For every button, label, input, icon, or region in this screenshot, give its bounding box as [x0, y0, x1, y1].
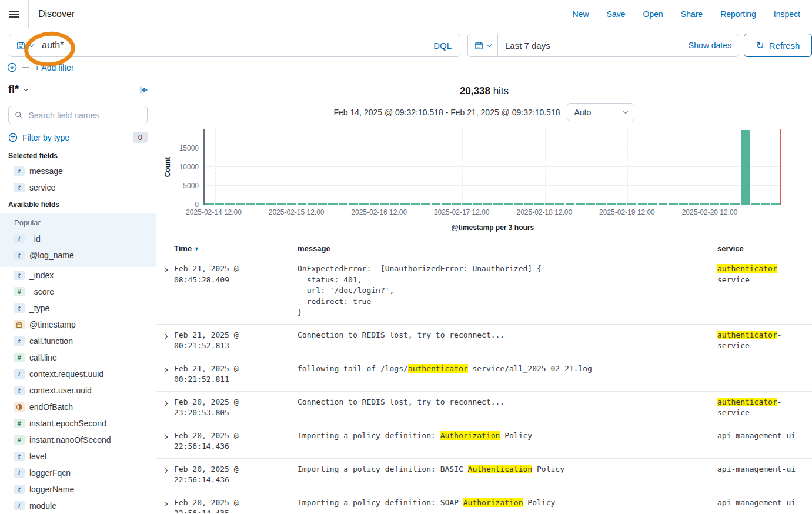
histogram-bar[interactable] — [669, 203, 678, 205]
show-dates-button[interactable]: Show dates — [689, 41, 739, 50]
histogram-bar[interactable] — [473, 203, 482, 205]
histogram-bar[interactable] — [514, 203, 523, 205]
histogram-bar[interactable] — [751, 203, 760, 205]
query-text[interactable]: auth* — [42, 40, 64, 51]
field-item-_id[interactable]: t_id — [0, 231, 156, 247]
field-item-context.request.uuid[interactable]: tcontext.request.uuid — [0, 366, 156, 382]
field-item-endOfBatch[interactable]: endOfBatch — [0, 399, 156, 415]
histogram-bar[interactable] — [545, 203, 554, 205]
histogram-bar[interactable] — [266, 203, 276, 205]
histogram-bar[interactable] — [710, 203, 719, 205]
histogram-bar[interactable] — [534, 203, 544, 205]
histogram-bar[interactable] — [689, 203, 699, 205]
histogram-bar[interactable] — [617, 203, 626, 205]
nav-new-button[interactable]: New — [573, 9, 589, 19]
histogram-bar[interactable] — [648, 203, 657, 205]
query-input[interactable]: auth* DQL — [9, 34, 460, 57]
column-header-message[interactable]: message — [298, 244, 717, 253]
nav-save-button[interactable]: Save — [607, 9, 626, 19]
histogram-bar[interactable] — [421, 203, 430, 205]
expand-row-button[interactable] — [160, 331, 171, 342]
field-item-message[interactable]: tmessage — [0, 163, 156, 179]
date-quick-menu[interactable] — [468, 34, 498, 56]
field-item-_type[interactable]: t_type — [0, 300, 156, 316]
histogram-bar[interactable] — [493, 203, 503, 205]
nav-reporting-button[interactable]: Reporting — [720, 9, 756, 19]
histogram-bar[interactable] — [400, 203, 410, 205]
histogram-bar[interactable] — [462, 203, 472, 205]
histogram-bar[interactable] — [627, 203, 637, 205]
field-item-_index[interactable]: t_index — [0, 267, 156, 283]
expand-row-button[interactable] — [160, 265, 171, 275]
query-language-button[interactable]: DQL — [425, 34, 460, 56]
saved-query-menu[interactable] — [9, 41, 40, 50]
expand-row-button[interactable] — [160, 432, 171, 442]
field-item-level[interactable]: tlevel — [0, 448, 156, 465]
nav-share-button[interactable]: Share — [681, 9, 703, 19]
histogram-bar[interactable] — [555, 203, 564, 205]
field-item-service[interactable]: tservice — [0, 179, 156, 196]
field-item-instant.nanoOfSecond[interactable]: #instant.nanoOfSecond — [0, 432, 156, 448]
histogram-bar[interactable] — [730, 203, 740, 205]
histogram-bar[interactable] — [411, 203, 420, 205]
histogram-bar[interactable] — [586, 203, 596, 205]
nav-open-button[interactable]: Open — [643, 9, 663, 19]
chart-plot-area[interactable] — [203, 129, 782, 205]
expand-row-button[interactable] — [160, 465, 171, 476]
collapse-sidebar-icon[interactable] — [139, 85, 149, 95]
filter-by-type-button[interactable]: Filter by type 0 — [0, 129, 156, 147]
field-item-loggerFqcn[interactable]: tloggerFqcn — [0, 465, 156, 481]
nav-inspect-button[interactable]: Inspect — [774, 9, 800, 19]
histogram-bar[interactable] — [452, 203, 462, 205]
field-item-_score[interactable]: #_score — [0, 283, 156, 300]
time-range-value[interactable]: Last 7 days — [505, 41, 550, 51]
histogram-bar[interactable] — [771, 203, 781, 205]
histogram-bar[interactable] — [679, 203, 689, 205]
histogram-bar[interactable] — [298, 203, 307, 205]
histogram-bar[interactable] — [205, 203, 214, 205]
expand-row-button[interactable] — [160, 365, 171, 375]
histogram-bar[interactable] — [700, 203, 709, 205]
interval-select[interactable]: Auto — [567, 103, 634, 121]
histogram-bar[interactable] — [761, 203, 771, 205]
histogram-bar[interactable] — [225, 203, 235, 205]
histogram-bar[interactable] — [349, 203, 359, 205]
filter-icon[interactable] — [7, 62, 17, 72]
hamburger-menu-icon[interactable] — [0, 0, 29, 28]
refresh-button[interactable]: ↻ Refresh — [744, 34, 812, 57]
histogram-bar[interactable] — [308, 203, 317, 205]
field-item-call.function[interactable]: tcall.function — [0, 333, 156, 349]
histogram-bar[interactable] — [277, 203, 286, 205]
field-item-context.user.uuid[interactable]: tcontext.user.uuid — [0, 382, 156, 399]
histogram-bar[interactable] — [328, 203, 338, 205]
histogram-bar[interactable] — [339, 203, 348, 205]
expand-row-button[interactable] — [160, 499, 171, 509]
histogram-bar[interactable] — [432, 203, 441, 205]
index-pattern-selector[interactable]: fl* — [8, 84, 28, 96]
histogram-bar[interactable] — [524, 203, 534, 205]
histogram-bar[interactable] — [576, 203, 585, 205]
field-item-module[interactable]: tmodule — [0, 498, 156, 513]
field-search-input[interactable] — [27, 110, 141, 121]
histogram-bar[interactable] — [659, 203, 668, 205]
histogram-bar[interactable] — [380, 203, 389, 205]
expand-row-button[interactable] — [160, 398, 171, 409]
histogram-bar[interactable] — [596, 203, 606, 205]
histogram-bar[interactable] — [442, 203, 451, 205]
histogram-bar[interactable] — [318, 203, 328, 205]
column-header-time[interactable]: Time▼ — [174, 244, 298, 253]
histogram-bar[interactable] — [256, 203, 266, 205]
add-filter-button[interactable]: + Add filter — [35, 63, 74, 72]
histogram-bar[interactable] — [607, 203, 616, 205]
field-item-instant.epochSecond[interactable]: #instant.epochSecond — [0, 415, 156, 432]
histogram-bar[interactable] — [215, 203, 225, 205]
histogram-bar[interactable] — [504, 203, 513, 205]
histogram-bar[interactable] — [566, 203, 575, 205]
field-item-loggerName[interactable]: tloggerName — [0, 481, 156, 498]
histogram-bar[interactable] — [287, 203, 296, 205]
histogram-bar[interactable] — [390, 203, 400, 205]
histogram-bar[interactable] — [483, 203, 492, 205]
histogram-bar[interactable] — [720, 203, 730, 205]
field-item-call.line[interactable]: #call.line — [0, 349, 156, 366]
histogram-bar[interactable] — [370, 203, 379, 205]
